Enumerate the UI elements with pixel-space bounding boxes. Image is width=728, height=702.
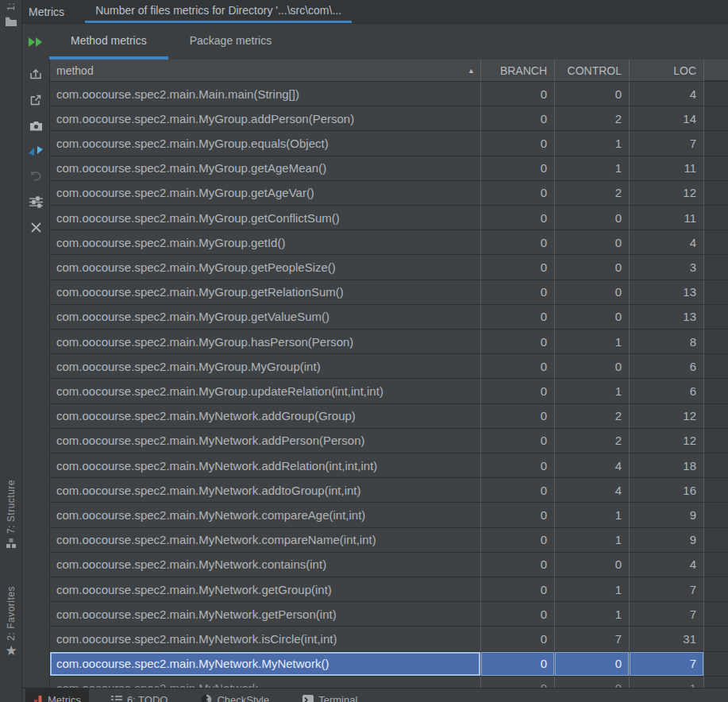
statusbar-button-terminal[interactable]: Terminal [295, 688, 365, 702]
table-row[interactable]: com.oocourse.spec2.main.MyNetwork.addPer… [50, 429, 728, 453]
table-row[interactable]: com.oocourse.spec2.main.MyNetwork.compar… [50, 528, 728, 553]
statusbar-button-checkstyle[interactable]: CheckStyle [193, 688, 277, 702]
metric-cell: 0 [555, 553, 630, 577]
metric-cell: 0 [481, 330, 555, 354]
metric-cell: 0 [555, 255, 630, 280]
method-cell: com.oocourse.spec2.main.MyGroup.getId() [50, 230, 481, 255]
method-cell: com.oocourse.spec2.main.MyNetwork.contai… [50, 553, 481, 577]
table-row[interactable]: com.oocourse.spec2.main.MyNetwork.getGro… [50, 577, 728, 602]
table-row[interactable]: com.oocourse.spec2.main.MyNetwork.addtoG… [50, 478, 728, 503]
close-button[interactable] [22, 214, 49, 240]
sort-ascending-icon: ▲ [468, 67, 480, 75]
table-row[interactable]: com.oocourse.spec2.main.MyGroup.hasPerso… [50, 330, 728, 354]
metric-cell: 4 [630, 553, 704, 577]
metric-cell: 13 [630, 305, 704, 330]
metric-cell: 7 [630, 577, 704, 602]
table-row[interactable]: com.oocourse.spec2.main.MyGroup.getAgeMe… [50, 156, 728, 181]
statusbar-button-todo[interactable]: 6: TODO [103, 688, 176, 702]
table-row[interactable]: com.oocourse.spec2.main.MyGroup.MyGroup(… [50, 354, 728, 379]
metric-cell: 14 [630, 106, 704, 131]
open-external-button[interactable] [22, 87, 49, 113]
table-row[interactable]: com.oocourse.spec2.main.MyNetwork.getPer… [50, 602, 728, 627]
metrics-table: method▲BRANCHCONTROLLOC com.oocourse.spe… [49, 60, 728, 688]
table-row[interactable]: com.oocourse.spec2.main.MyGroup.getAgeVa… [50, 181, 728, 206]
metric-cell: 2 [555, 106, 630, 131]
table-row[interactable]: com.oocourse.spec2.main.MyGroup.getValue… [50, 305, 728, 330]
table-row[interactable]: com.oocourse.spec2.main.MyGroup.addPerso… [50, 106, 728, 131]
table-row[interactable]: com.oocourse.spec2.main.MyGroup.getPeopl… [50, 255, 728, 280]
metric-cell: 2 [555, 429, 630, 453]
metric-cell: 0 [481, 528, 555, 553]
metric-cell: 31 [630, 627, 704, 651]
table-row[interactable]: com.oocourse.spec2.main.MyNetwork.isCirc… [50, 627, 728, 651]
metrics-toolbar [22, 60, 49, 688]
project-stripe-label: 1: Pr [6, 0, 17, 11]
metrics-tool-window: 1: Pr 7: Structure 2: Favorites ★ Metric… [0, 0, 728, 702]
stripe-button-project[interactable]: 1: Pr [0, 0, 22, 27]
metric-cell: 0 [481, 255, 555, 280]
export-button[interactable] [22, 62, 49, 87]
rerun-button[interactable] [22, 24, 49, 60]
compare-diff-icon [29, 145, 43, 156]
method-cell: com.oocourse.spec2.main.MyNetwork.compar… [50, 528, 481, 553]
method-cell: com.oocourse.spec2.main.MyGroup.getConfl… [50, 206, 481, 230]
table-row[interactable]: com.oocourse.spec2.main.MyGroup.updateRe… [50, 379, 728, 403]
result-tab-label: Number of files metrics for Directory '.… [95, 4, 341, 17]
metric-cell: 0 [481, 305, 555, 330]
metric-cell: 7 [630, 602, 704, 627]
table-row[interactable]: com.oocourse.spec2.main.Main.main(String… [50, 82, 728, 106]
table-row[interactable]: com.oocourse.spec2.main.MyGroup.getId()0… [50, 230, 728, 255]
column-header-loc[interactable]: LOC [630, 60, 704, 81]
method-cell: com.oocourse.spec2.main.MyNetwork.getGro… [50, 577, 481, 602]
metric-cell: 4 [630, 82, 704, 106]
metric-cell: 0 [481, 652, 555, 677]
statusbar-button-metrics[interactable]: Metrics [25, 688, 89, 702]
method-cell: com.oocourse.spec2.main.MyGroup.getAgeVa… [50, 181, 481, 206]
undo-button[interactable] [22, 164, 49, 189]
metric-cell: 16 [630, 478, 704, 503]
column-header-method[interactable]: method▲ [50, 60, 481, 81]
table-row[interactable]: com.oocourse.spec2.main.MyGroup.equals(O… [50, 131, 728, 156]
method-cell: com.oocourse.spec2.main.MyNetwork.getPer… [50, 602, 481, 627]
metric-cell: 1 [555, 528, 630, 553]
metric-cell: 0 [555, 305, 630, 330]
tab-package-metrics[interactable]: Package metrics [168, 24, 293, 60]
method-cell: com.oocourse.spec2.main.MyNetwork.addGro… [50, 404, 481, 429]
metric-cell: 18 [630, 453, 704, 478]
compare-button[interactable] [22, 138, 49, 164]
table-row[interactable]: com.oocourse.spec2.main.MyNetwork.addRel… [50, 453, 728, 478]
tab-method-metrics[interactable]: Method metrics [49, 24, 168, 60]
metric-cell: 7 [555, 627, 630, 651]
metric-cell: 7 [630, 652, 704, 677]
table-row[interactable]: com.oocourse.spec2.main.MyNetwork.compar… [50, 503, 728, 527]
method-cell: com.oocourse.spec2.main.MyNetwork.addtoG… [50, 478, 481, 503]
table-row[interactable]: com.oocourse.spec2.main.MyGroup.getConfl… [50, 206, 728, 230]
result-tab[interactable]: Number of files metrics for Directory '.… [85, 0, 352, 23]
metric-cell: 1 [555, 602, 630, 627]
undo-icon [29, 171, 42, 182]
metric-cell: 13 [630, 280, 704, 305]
column-header-branch[interactable]: BRANCH [481, 60, 555, 81]
stripe-button-structure[interactable]: 7: Structure [0, 480, 22, 549]
metric-cell: 0 [481, 82, 555, 106]
metric-cell: 1 [555, 330, 630, 354]
metric-cell: 0 [481, 206, 555, 230]
table-row[interactable]: com.oocourse.spec2.main.MyNetwork.addGro… [50, 404, 728, 429]
metric-cell: 0 [481, 131, 555, 156]
method-cell: com.oocourse.spec2.main.MyNetwork.addRel… [50, 453, 481, 478]
table-row[interactable]: com.oocourse.spec2.main.MyNetwork.MyNetw… [50, 652, 728, 677]
tool-window-header: Metrics Number of files metrics for Dire… [22, 0, 728, 24]
metric-cell: 4 [555, 453, 630, 478]
camera-icon [29, 120, 43, 132]
column-header-control[interactable]: CONTROL [555, 60, 630, 81]
filter-button[interactable] [22, 189, 49, 214]
snapshot-button[interactable] [22, 113, 49, 138]
metric-cell: 0 [481, 280, 555, 305]
tool-window-title: Metrics [29, 6, 64, 18]
method-cell: com.oocourse.spec2.main.MyGroup.getValue… [50, 305, 481, 330]
table-row[interactable]: com.oocourse.spec2.main.MyNetwork.contai… [50, 553, 728, 577]
metric-cell: 0 [481, 230, 555, 255]
metric-cell: 0 [555, 230, 630, 255]
table-row[interactable]: com.oocourse.spec2.main.MyGroup.getRelat… [50, 280, 728, 305]
stripe-button-favorites[interactable]: 2: Favorites ★ [0, 586, 22, 657]
